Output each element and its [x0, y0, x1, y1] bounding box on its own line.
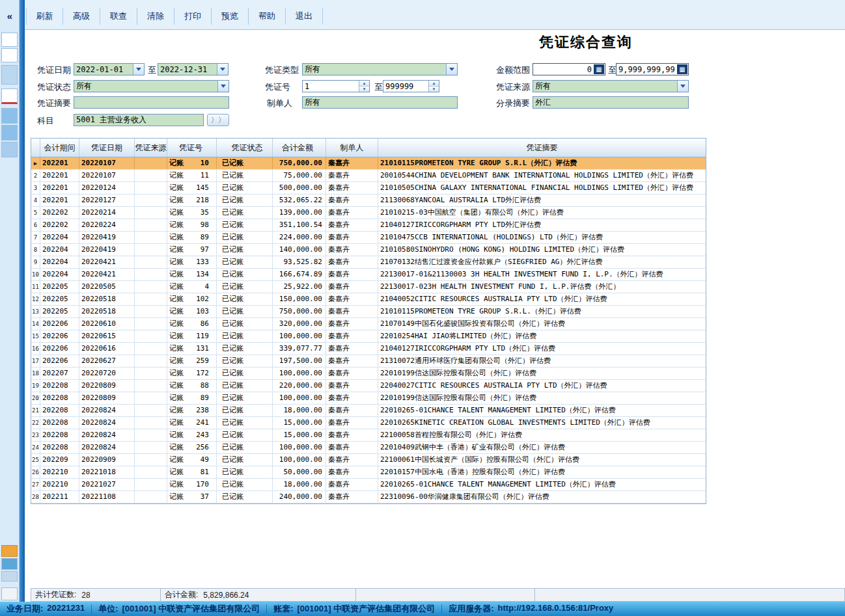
table-row[interactable]: 2520220920220909记账49已记账100,000.00秦嘉卉2210…: [31, 454, 706, 466]
chevron-down-icon[interactable]: [446, 64, 457, 75]
chevron-down-icon[interactable]: [217, 81, 229, 92]
collapsed-nav-item[interactable]: [1, 571, 18, 582]
help-button[interactable]: 帮助: [249, 8, 286, 25]
table-row[interactable]: 820220420220419记账97已记账140,000.00秦嘉卉21010…: [31, 244, 706, 256]
preparer-input[interactable]: [303, 97, 457, 108]
print-button[interactable]: 打印: [174, 8, 212, 25]
table-row[interactable]: 2620221020221018记账81已记账50,000.00秦嘉卉22010…: [31, 466, 706, 479]
col-header-source[interactable]: 凭证来源: [135, 139, 167, 157]
chevron-down-icon[interactable]: [217, 64, 228, 75]
subject-input[interactable]: [74, 114, 203, 126]
voucher-date-to-select[interactable]: 2022-12-31: [158, 63, 229, 75]
cell-amount: 93,525.82: [273, 256, 326, 268]
table-row[interactable]: 420220120220127记账218已记账532,065.22秦嘉卉2113…: [31, 194, 706, 207]
cell-date: 20220615: [79, 330, 135, 342]
amount-to-input[interactable]: [616, 64, 677, 75]
entry-summary-field: [533, 96, 689, 109]
table-row[interactable]: ▶20220120220107记账10已记账750,000.00秦嘉卉21010…: [31, 157, 706, 170]
clear-button[interactable]: 清除: [137, 8, 174, 25]
cell-source: [135, 207, 167, 219]
table-row[interactable]: 1020220420220421记账134已记账166,674.89秦嘉卉221…: [31, 269, 706, 281]
table-row[interactable]: 1120220520220505记账4已记账25,922.00秦嘉卉221300…: [31, 281, 706, 293]
table-row[interactable]: 2320220820220824记账243已记账15,000.00秦嘉卉2210…: [31, 429, 706, 442]
voucher-date-from-select[interactable]: 2022-01-01: [74, 63, 145, 75]
chevron-down-icon[interactable]: [133, 64, 144, 75]
cell-period: 202206: [40, 355, 79, 367]
table-row[interactable]: 2020220820220809记账89已记账100,000.00秦嘉卉2201…: [31, 392, 706, 405]
voucher-type-value: 所有: [303, 64, 446, 75]
entry-summary-input[interactable]: [533, 97, 688, 108]
spin-up-icon[interactable]: ▲: [359, 81, 369, 87]
voucher-no-to-input[interactable]: [383, 81, 428, 92]
voucher-status-select[interactable]: 所有: [74, 80, 229, 92]
cell-amount: 750,000.00: [273, 306, 326, 317]
col-header-period[interactable]: 会计期间: [40, 139, 79, 157]
calculator-icon[interactable]: ▦: [594, 64, 604, 74]
link-query-button[interactable]: 联查: [100, 8, 137, 25]
table-row[interactable]: 1720220620220627记账259已记账197,500.00秦嘉卉213…: [31, 355, 706, 368]
grid-footer: 共计凭证数: 28 合计金额: 5,829,866.24: [31, 588, 845, 602]
voucher-no-from-input[interactable]: [303, 81, 359, 92]
table-row[interactable]: 1320220520220518记账103已记账750,000.00秦嘉卉210…: [31, 306, 706, 318]
preview-button[interactable]: 预览: [212, 8, 249, 25]
voucher-summary-input[interactable]: [74, 97, 229, 108]
collapsed-nav-item[interactable]: [1, 108, 18, 124]
voucher-source-select[interactable]: 所有: [533, 80, 689, 92]
col-header-preparer[interactable]: 制单人: [326, 139, 378, 157]
cell-source: [135, 429, 167, 441]
col-header-no[interactable]: 凭证号: [167, 139, 217, 157]
cell-amount: 351,100.54: [273, 219, 326, 231]
table-row[interactable]: 1420220620220610记账86已记账320,000.00秦嘉卉2107…: [31, 318, 706, 330]
table-row[interactable]: 2120220820220824记账238已记账18,000.00秦嘉卉2201…: [31, 405, 706, 417]
cell-period: 202208: [40, 380, 79, 392]
cell-amount: 15,000.00: [273, 429, 326, 441]
refresh-button[interactable]: 刷新: [26, 8, 63, 25]
spin-down-icon[interactable]: ▼: [429, 87, 439, 92]
subject-browse-button[interactable]: 〉〉: [207, 114, 229, 126]
voucher-type-select[interactable]: 所有: [302, 63, 458, 75]
panel-divider-bar[interactable]: [20, 0, 25, 602]
table-row[interactable]: 1920220820220809记账88已记账220,000.00秦嘉卉2204…: [31, 380, 706, 392]
table-row[interactable]: 1520220620220615记账119已记账100,000.00秦嘉卉220…: [31, 330, 706, 343]
amount-from-input[interactable]: [533, 64, 594, 75]
table-row[interactable]: 1220220520220518记账102已记账150,000.00秦嘉卉210…: [31, 293, 706, 306]
table-row[interactable]: 1620220620220616记账131已记账339,077.77秦嘉卉210…: [31, 343, 706, 355]
table-row[interactable]: 920220420220421记账133已记账93,525.82秦嘉卉21070…: [31, 256, 706, 269]
row-number: 21: [31, 405, 40, 416]
collapsed-nav-item[interactable]: [1, 33, 18, 47]
cell-voucher-no: 记账256: [167, 442, 217, 453]
collapsed-nav-item[interactable]: [1, 88, 18, 104]
collapsed-nav-item[interactable]: [1, 125, 18, 141]
table-row[interactable]: 720220420220419记账89已记账224,000.00秦嘉卉21010…: [31, 232, 706, 244]
row-number: 17: [31, 355, 40, 367]
spin-down-icon[interactable]: ▼: [359, 87, 369, 92]
collapsed-nav-item[interactable]: [1, 142, 18, 157]
table-row[interactable]: 320220120220124记账145已记账500,000.00秦嘉卉2101…: [31, 182, 706, 194]
cell-date: 20220421: [79, 256, 135, 268]
collapsed-nav-item[interactable]: [1, 65, 18, 85]
exit-button[interactable]: 退出: [286, 8, 323, 25]
table-row[interactable]: 220220120220107记账11已记账75,000.00秦嘉卉200105…: [31, 170, 706, 182]
total-amount-label: 合计金额:: [165, 589, 198, 600]
table-row[interactable]: 520220220220214记账35已记账139,000.00秦嘉卉21010…: [31, 207, 706, 219]
table-row[interactable]: 1820220720220720记账172已记账100,000.00秦嘉卉220…: [31, 368, 706, 380]
collapsed-nav-item[interactable]: [1, 558, 18, 570]
table-row[interactable]: 2420220820220824记账256已记账100,000.00秦嘉卉220…: [31, 442, 706, 454]
table-row[interactable]: 2720221020221027记账170已记账18,000.00秦嘉卉2201…: [31, 479, 706, 491]
collapse-panel-button[interactable]: «: [1, 9, 18, 23]
spin-up-icon[interactable]: ▲: [429, 81, 439, 87]
chevron-down-icon[interactable]: [677, 81, 688, 92]
col-header-summary[interactable]: 凭证摘要: [378, 139, 706, 157]
cell-status: 已记账: [217, 466, 273, 478]
cell-period: 202206: [40, 343, 79, 355]
table-row[interactable]: 620220220220224记账98已记账351,100.54秦嘉卉21040…: [31, 219, 706, 232]
col-header-amount[interactable]: 合计金额: [273, 139, 326, 157]
calculator-icon[interactable]: ▦: [677, 64, 687, 74]
collapsed-nav-item[interactable]: [1, 48, 18, 62]
advanced-button[interactable]: 高级: [63, 8, 100, 25]
table-row[interactable]: 2220220820220824记账241已记账15,000.00秦嘉卉2201…: [31, 417, 706, 429]
collapsed-nav-item[interactable]: [1, 545, 18, 557]
col-header-date[interactable]: 凭证日期: [79, 139, 135, 157]
table-row[interactable]: 2820221120221108记账37已记账240,000.00秦嘉卉2231…: [31, 491, 706, 503]
col-header-status[interactable]: 凭证状态: [217, 139, 273, 157]
